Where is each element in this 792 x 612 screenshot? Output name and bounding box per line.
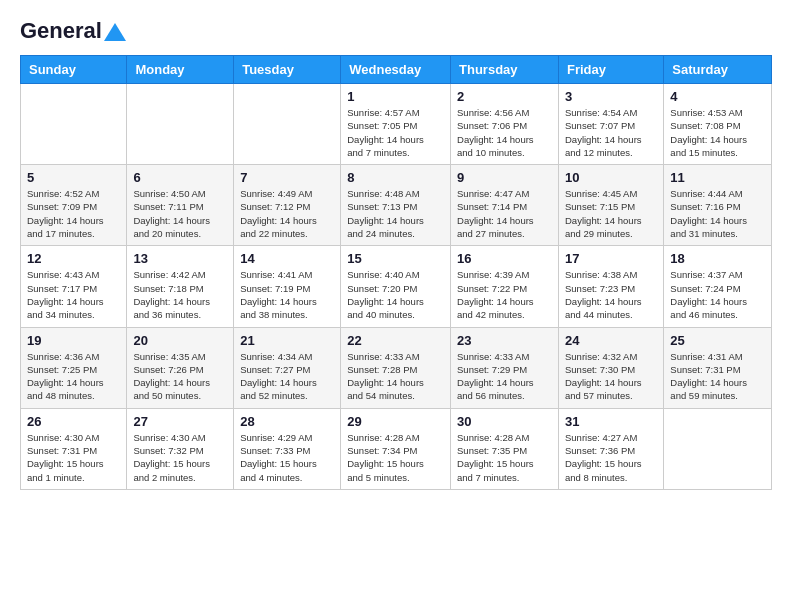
day-number: 23	[457, 333, 552, 348]
day-number: 25	[670, 333, 765, 348]
calendar-cell: 8Sunrise: 4:48 AM Sunset: 7:13 PM Daylig…	[341, 165, 451, 246]
day-number: 3	[565, 89, 657, 104]
day-info: Sunrise: 4:33 AM Sunset: 7:29 PM Dayligh…	[457, 350, 552, 403]
calendar-cell: 12Sunrise: 4:43 AM Sunset: 7:17 PM Dayli…	[21, 246, 127, 327]
calendar-cell: 6Sunrise: 4:50 AM Sunset: 7:11 PM Daylig…	[127, 165, 234, 246]
calendar-cell: 30Sunrise: 4:28 AM Sunset: 7:35 PM Dayli…	[451, 408, 559, 489]
day-number: 29	[347, 414, 444, 429]
calendar-cell: 29Sunrise: 4:28 AM Sunset: 7:34 PM Dayli…	[341, 408, 451, 489]
calendar-cell: 20Sunrise: 4:35 AM Sunset: 7:26 PM Dayli…	[127, 327, 234, 408]
calendar-cell	[127, 84, 234, 165]
day-info: Sunrise: 4:31 AM Sunset: 7:31 PM Dayligh…	[670, 350, 765, 403]
day-number: 16	[457, 251, 552, 266]
calendar-cell: 5Sunrise: 4:52 AM Sunset: 7:09 PM Daylig…	[21, 165, 127, 246]
day-number: 12	[27, 251, 120, 266]
calendar-header-row: SundayMondayTuesdayWednesdayThursdayFrid…	[21, 56, 772, 84]
calendar-cell: 2Sunrise: 4:56 AM Sunset: 7:06 PM Daylig…	[451, 84, 559, 165]
calendar-cell: 19Sunrise: 4:36 AM Sunset: 7:25 PM Dayli…	[21, 327, 127, 408]
day-info: Sunrise: 4:35 AM Sunset: 7:26 PM Dayligh…	[133, 350, 227, 403]
day-info: Sunrise: 4:39 AM Sunset: 7:22 PM Dayligh…	[457, 268, 552, 321]
col-header-friday: Friday	[558, 56, 663, 84]
day-number: 21	[240, 333, 334, 348]
calendar-cell: 9Sunrise: 4:47 AM Sunset: 7:14 PM Daylig…	[451, 165, 559, 246]
calendar-cell: 4Sunrise: 4:53 AM Sunset: 7:08 PM Daylig…	[664, 84, 772, 165]
calendar-cell: 23Sunrise: 4:33 AM Sunset: 7:29 PM Dayli…	[451, 327, 559, 408]
day-info: Sunrise: 4:34 AM Sunset: 7:27 PM Dayligh…	[240, 350, 334, 403]
day-info: Sunrise: 4:32 AM Sunset: 7:30 PM Dayligh…	[565, 350, 657, 403]
day-info: Sunrise: 4:52 AM Sunset: 7:09 PM Dayligh…	[27, 187, 120, 240]
day-number: 22	[347, 333, 444, 348]
day-number: 14	[240, 251, 334, 266]
calendar-cell: 31Sunrise: 4:27 AM Sunset: 7:36 PM Dayli…	[558, 408, 663, 489]
day-info: Sunrise: 4:50 AM Sunset: 7:11 PM Dayligh…	[133, 187, 227, 240]
col-header-sunday: Sunday	[21, 56, 127, 84]
calendar-table: SundayMondayTuesdayWednesdayThursdayFrid…	[20, 55, 772, 490]
col-header-monday: Monday	[127, 56, 234, 84]
day-number: 19	[27, 333, 120, 348]
day-info: Sunrise: 4:43 AM Sunset: 7:17 PM Dayligh…	[27, 268, 120, 321]
logo-general: General	[20, 20, 102, 42]
day-info: Sunrise: 4:44 AM Sunset: 7:16 PM Dayligh…	[670, 187, 765, 240]
calendar-cell	[234, 84, 341, 165]
calendar-cell: 17Sunrise: 4:38 AM Sunset: 7:23 PM Dayli…	[558, 246, 663, 327]
col-header-saturday: Saturday	[664, 56, 772, 84]
day-number: 4	[670, 89, 765, 104]
day-info: Sunrise: 4:38 AM Sunset: 7:23 PM Dayligh…	[565, 268, 657, 321]
day-info: Sunrise: 4:30 AM Sunset: 7:31 PM Dayligh…	[27, 431, 120, 484]
col-header-thursday: Thursday	[451, 56, 559, 84]
calendar-cell: 7Sunrise: 4:49 AM Sunset: 7:12 PM Daylig…	[234, 165, 341, 246]
day-number: 17	[565, 251, 657, 266]
calendar-cell	[21, 84, 127, 165]
calendar-cell: 26Sunrise: 4:30 AM Sunset: 7:31 PM Dayli…	[21, 408, 127, 489]
calendar-week-row: 12Sunrise: 4:43 AM Sunset: 7:17 PM Dayli…	[21, 246, 772, 327]
calendar-cell	[664, 408, 772, 489]
day-info: Sunrise: 4:53 AM Sunset: 7:08 PM Dayligh…	[670, 106, 765, 159]
day-info: Sunrise: 4:37 AM Sunset: 7:24 PM Dayligh…	[670, 268, 765, 321]
calendar-cell: 21Sunrise: 4:34 AM Sunset: 7:27 PM Dayli…	[234, 327, 341, 408]
calendar-cell: 15Sunrise: 4:40 AM Sunset: 7:20 PM Dayli…	[341, 246, 451, 327]
day-number: 5	[27, 170, 120, 185]
day-number: 13	[133, 251, 227, 266]
calendar-cell: 22Sunrise: 4:33 AM Sunset: 7:28 PM Dayli…	[341, 327, 451, 408]
day-number: 28	[240, 414, 334, 429]
day-number: 27	[133, 414, 227, 429]
day-info: Sunrise: 4:56 AM Sunset: 7:06 PM Dayligh…	[457, 106, 552, 159]
day-number: 9	[457, 170, 552, 185]
day-info: Sunrise: 4:57 AM Sunset: 7:05 PM Dayligh…	[347, 106, 444, 159]
calendar-cell: 24Sunrise: 4:32 AM Sunset: 7:30 PM Dayli…	[558, 327, 663, 408]
day-number: 7	[240, 170, 334, 185]
calendar-cell: 18Sunrise: 4:37 AM Sunset: 7:24 PM Dayli…	[664, 246, 772, 327]
day-info: Sunrise: 4:54 AM Sunset: 7:07 PM Dayligh…	[565, 106, 657, 159]
day-info: Sunrise: 4:36 AM Sunset: 7:25 PM Dayligh…	[27, 350, 120, 403]
day-info: Sunrise: 4:30 AM Sunset: 7:32 PM Dayligh…	[133, 431, 227, 484]
calendar-cell: 14Sunrise: 4:41 AM Sunset: 7:19 PM Dayli…	[234, 246, 341, 327]
day-info: Sunrise: 4:28 AM Sunset: 7:34 PM Dayligh…	[347, 431, 444, 484]
day-info: Sunrise: 4:28 AM Sunset: 7:35 PM Dayligh…	[457, 431, 552, 484]
calendar-cell: 27Sunrise: 4:30 AM Sunset: 7:32 PM Dayli…	[127, 408, 234, 489]
svg-marker-0	[104, 23, 126, 41]
day-info: Sunrise: 4:49 AM Sunset: 7:12 PM Dayligh…	[240, 187, 334, 240]
col-header-tuesday: Tuesday	[234, 56, 341, 84]
calendar-week-row: 19Sunrise: 4:36 AM Sunset: 7:25 PM Dayli…	[21, 327, 772, 408]
calendar-week-row: 26Sunrise: 4:30 AM Sunset: 7:31 PM Dayli…	[21, 408, 772, 489]
day-info: Sunrise: 4:45 AM Sunset: 7:15 PM Dayligh…	[565, 187, 657, 240]
day-number: 11	[670, 170, 765, 185]
page-header: General	[20, 20, 772, 40]
day-info: Sunrise: 4:47 AM Sunset: 7:14 PM Dayligh…	[457, 187, 552, 240]
day-info: Sunrise: 4:42 AM Sunset: 7:18 PM Dayligh…	[133, 268, 227, 321]
calendar-cell: 25Sunrise: 4:31 AM Sunset: 7:31 PM Dayli…	[664, 327, 772, 408]
logo-triangle-icon	[104, 23, 126, 41]
day-number: 10	[565, 170, 657, 185]
calendar-cell: 10Sunrise: 4:45 AM Sunset: 7:15 PM Dayli…	[558, 165, 663, 246]
day-number: 31	[565, 414, 657, 429]
day-number: 2	[457, 89, 552, 104]
day-info: Sunrise: 4:29 AM Sunset: 7:33 PM Dayligh…	[240, 431, 334, 484]
day-number: 15	[347, 251, 444, 266]
day-number: 6	[133, 170, 227, 185]
logo: General	[20, 20, 126, 40]
calendar-cell: 28Sunrise: 4:29 AM Sunset: 7:33 PM Dayli…	[234, 408, 341, 489]
calendar-cell: 13Sunrise: 4:42 AM Sunset: 7:18 PM Dayli…	[127, 246, 234, 327]
calendar-cell: 16Sunrise: 4:39 AM Sunset: 7:22 PM Dayli…	[451, 246, 559, 327]
day-number: 20	[133, 333, 227, 348]
day-info: Sunrise: 4:27 AM Sunset: 7:36 PM Dayligh…	[565, 431, 657, 484]
